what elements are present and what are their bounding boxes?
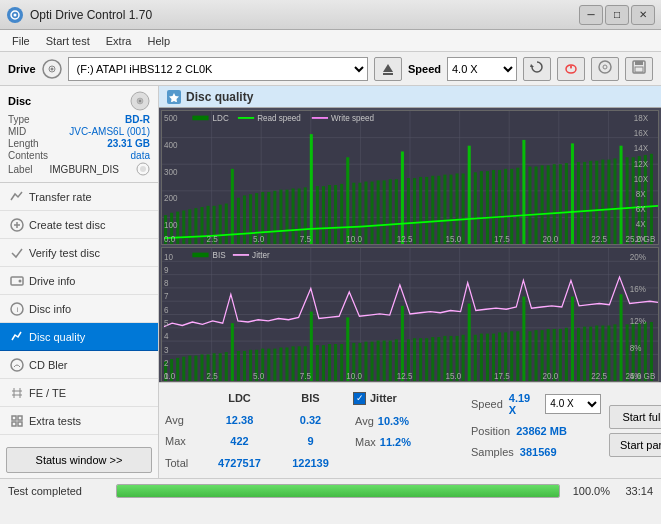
svg-rect-179 [176,358,179,381]
svg-rect-28 [12,416,16,420]
jitter-max: 11.2% [380,436,411,448]
svg-rect-7 [383,73,393,75]
drive-select[interactable]: (F:) ATAPI iHBS112 2 CL0K [68,57,368,81]
svg-text:15.0: 15.0 [445,233,461,244]
quality-header-icon [167,90,181,104]
label-icon [136,162,150,176]
speed-select-small[interactable]: 4.0 X [545,394,601,414]
svg-rect-122 [620,146,623,244]
start-full-button[interactable]: Start full [609,405,661,429]
nav-transfer-rate[interactable]: Transfer rate [0,183,158,211]
svg-rect-82 [377,180,380,244]
disc-title: Disc [8,95,31,107]
svg-text:2.5: 2.5 [207,233,218,244]
svg-rect-203 [322,345,325,381]
save-button[interactable] [625,57,653,81]
svg-rect-210 [364,342,367,381]
speed-select[interactable]: 4.0 X [447,57,517,81]
contents-label: Contents [8,150,48,161]
jitter-avg: 10.3% [378,415,409,427]
svg-rect-113 [565,163,568,244]
svg-rect-64 [267,192,270,244]
menu-help[interactable]: Help [139,33,178,49]
svg-rect-81 [371,182,374,244]
svg-rect-120 [607,160,610,244]
start-part-button[interactable]: Start part [609,433,661,457]
menu-file[interactable]: File [4,33,38,49]
mid-label: MID [8,126,26,137]
svg-rect-237 [528,331,531,381]
svg-point-19 [140,166,146,172]
main-layout: Disc Type BD-R MID JVC-AMS6L (001) Lengt… [0,86,661,478]
jitter-label: Jitter [370,392,397,404]
svg-rect-111 [553,164,556,244]
svg-text:Write speed: Write speed [331,113,374,124]
nav-disc-info[interactable]: i Disc info [0,295,158,323]
svg-marker-8 [530,64,534,67]
svg-point-24 [19,279,22,282]
contents-value: data [131,150,150,161]
speed-label: Speed [408,63,441,75]
nav-drive-info[interactable]: Drive info [0,267,158,295]
drive-label: Drive [8,63,36,75]
svg-rect-59 [237,198,240,244]
svg-rect-189 [237,351,240,381]
max-label: Max [165,435,201,447]
nav-create-test-disc[interactable]: Create test disc [0,211,158,239]
svg-rect-202 [316,345,319,381]
close-button[interactable]: ✕ [631,5,655,25]
svg-rect-58 [231,169,234,244]
quality-title: Disc quality [186,90,253,104]
cd-bler-icon [10,358,24,372]
svg-text:6: 6 [164,304,169,315]
svg-rect-245 [577,328,580,381]
svg-text:16%: 16% [630,283,646,294]
svg-rect-284 [192,253,208,258]
disc-panel: Disc Type BD-R MID JVC-AMS6L (001) Lengt… [0,86,158,183]
nav-extra-tests[interactable]: Extra tests [0,407,158,435]
svg-text:12.5: 12.5 [397,370,413,381]
drive-icon [10,274,24,288]
progress-time: 33:14 [618,485,653,497]
svg-text:i: i [17,305,19,314]
nav-fe-te[interactable]: FE / TE [0,379,158,407]
svg-rect-100 [486,171,489,244]
svg-rect-31 [18,422,22,426]
minimize-button[interactable]: ─ [579,5,603,25]
maximize-button[interactable]: □ [605,5,629,25]
svg-text:17.5: 17.5 [494,370,510,381]
type-label: Type [8,114,30,125]
nav-verify-test-disc[interactable]: Verify test disc [0,239,158,267]
svg-rect-118 [595,161,598,244]
menu-extra[interactable]: Extra [98,33,140,49]
refresh-button[interactable] [523,57,551,81]
menu-start-test[interactable]: Start test [38,33,98,49]
transfer-icon [10,190,24,204]
position-label: Position [471,425,510,437]
svg-marker-32 [169,93,179,102]
eject-button[interactable] [374,57,402,81]
jitter-checkbox[interactable]: ✓ [353,392,366,405]
svg-text:25.0 GB: 25.0 GB [626,233,656,244]
progress-bar-outer [116,484,560,498]
svg-rect-88 [413,178,416,244]
charts-area: 500 400 300 200 100 18X 16X 14X 12X 10X … [159,108,661,382]
nav-cd-bler[interactable]: CD Bler [0,351,158,379]
action-buttons: Start full Start part [609,387,661,474]
speed-info-label: Speed [471,398,503,410]
cd-icon [42,59,62,79]
svg-rect-250 [607,325,610,381]
position-val: 23862 MB [516,425,567,437]
svg-rect-51 [188,209,191,244]
svg-rect-83 [383,180,386,244]
status-window-button[interactable]: Status window >> [6,447,152,473]
svg-rect-234 [510,331,513,381]
svg-rect-221 [431,337,434,381]
svg-rect-74 [328,185,331,244]
svg-rect-77 [346,157,349,244]
svg-rect-214 [389,341,392,381]
svg-rect-107 [528,167,531,244]
burn-button[interactable] [557,57,585,81]
nav-disc-quality[interactable]: Disc quality [0,323,158,351]
disc-button[interactable] [591,57,619,81]
